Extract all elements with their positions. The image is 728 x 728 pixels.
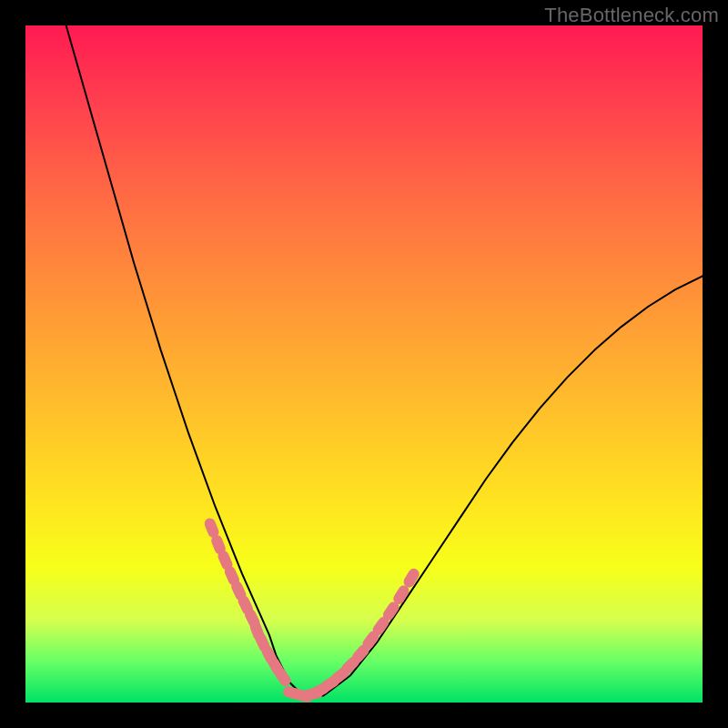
watermark-label: TheBottleneck.com <box>544 4 719 27</box>
chart-frame: TheBottleneck.com <box>0 0 728 728</box>
curve-layer <box>66 25 703 696</box>
plot-area <box>25 25 703 703</box>
marker-layer <box>203 517 421 703</box>
curve <box>66 25 703 696</box>
plot-svg <box>25 25 703 703</box>
